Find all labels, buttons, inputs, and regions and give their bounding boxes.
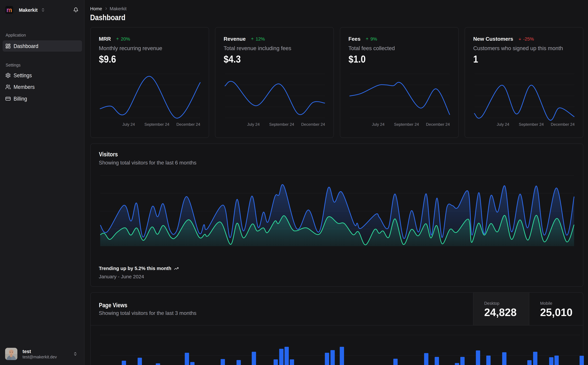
svg-text:m: m <box>7 7 12 14</box>
